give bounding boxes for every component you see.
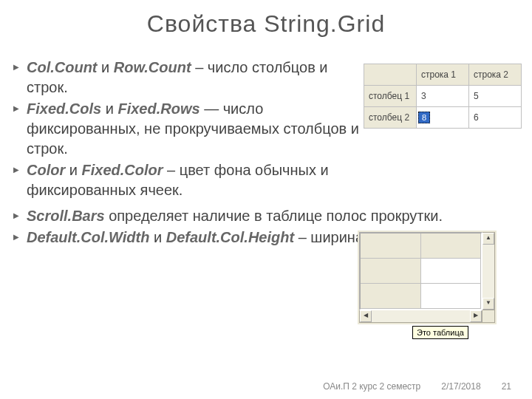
grid-cell[interactable]: 3	[417, 86, 469, 107]
grid-col-header: строка 1	[417, 64, 469, 86]
footer-page: 21	[502, 381, 511, 392]
grid-body[interactable]	[359, 232, 482, 310]
keyword: Default.Col.Height	[166, 229, 294, 245]
scroll-track[interactable]	[372, 310, 470, 322]
footer-date: 2/17/2018	[441, 381, 480, 392]
grid-fixed-cell	[361, 284, 421, 309]
grid-fixed-cell	[361, 233, 421, 259]
footer-course: ОАи.П 2 курс 2 семестр	[323, 381, 420, 392]
grid-cell[interactable]: 5	[469, 86, 522, 107]
slide: Свойства String.Grid Col.Count и Row.Cou…	[0, 0, 532, 399]
tooltip: Это таблица	[412, 326, 468, 339]
grid-cell-selected[interactable]: 8	[417, 107, 469, 129]
scroll-down-icon[interactable]: ▼	[482, 298, 494, 310]
grid-cell[interactable]	[421, 259, 482, 284]
page-title: Свойства String.Grid	[0, 10, 532, 38]
grid-cell[interactable]	[421, 284, 482, 309]
scroll-track[interactable]	[482, 245, 494, 298]
horizontal-scrollbar[interactable]: ◀ ▶	[359, 310, 482, 323]
grid-fixed-corner	[364, 64, 417, 86]
keyword: Color	[27, 162, 65, 178]
stringgrid-example-1: строка 1 строка 2 столбец 1 3 5 столбец …	[364, 58, 522, 129]
scroll-up-icon[interactable]: ▲	[482, 233, 494, 245]
slide-footer: ОАи.П 2 курс 2 семестр 2/17/2018 21	[0, 381, 532, 392]
bullet-2: Fixed.Cols и Fixed.Rows — число фиксиров…	[10, 99, 359, 159]
content-area: Col.Count и Row.Count – число столбцов и…	[10, 58, 522, 366]
bullet-list-1: Col.Count и Row.Count – число столбцов и…	[10, 58, 359, 200]
scroll-right-icon[interactable]: ▶	[470, 310, 482, 322]
bullet-3: Color и Fixed.Color – цвет фона обычных …	[10, 160, 359, 200]
grid-row-header: столбец 2	[364, 107, 417, 129]
keyword: Scroll.Bars	[27, 208, 105, 224]
stringgrid-example-2: ▲ ▼ ◀ ▶ Это таблица	[358, 231, 497, 339]
keyword: Fixed.Rows	[117, 100, 200, 117]
keyword: Fixed.Color	[82, 162, 163, 178]
bullet-4: Scroll.Bars определяет наличие в таблице…	[10, 206, 522, 226]
bullet-1: Col.Count и Row.Count – число столбцов и…	[10, 58, 359, 98]
vertical-scrollbar[interactable]: ▲ ▼	[482, 232, 495, 310]
grid-cell[interactable]: 6	[469, 107, 522, 129]
grid-row-header: столбец 1	[364, 86, 417, 107]
grid-col-header: строка 2	[469, 64, 522, 86]
grid-fixed-cell	[421, 233, 482, 259]
keyword: Col.Count	[27, 59, 98, 75]
scroll-left-icon[interactable]: ◀	[360, 310, 372, 322]
keyword: Row.Count	[114, 59, 191, 75]
grid-fixed-cell	[361, 259, 421, 284]
keyword: Fixed.Cols	[27, 100, 101, 117]
scrollbar-corner	[482, 310, 495, 323]
keyword: Default.Col.Width	[27, 229, 149, 245]
example-grid: строка 1 строка 2 столбец 1 3 5 столбец …	[364, 64, 522, 129]
